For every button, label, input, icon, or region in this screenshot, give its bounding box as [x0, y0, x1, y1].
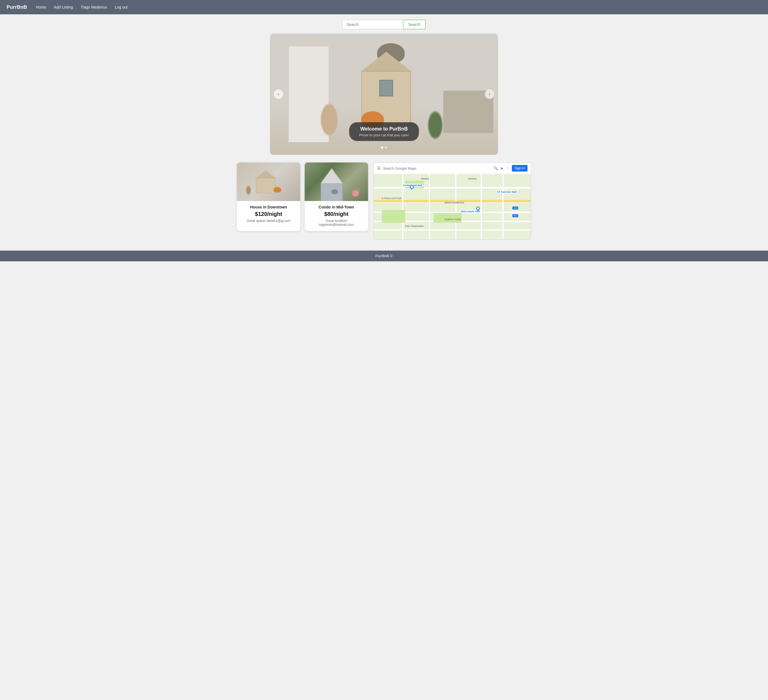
map-toolbar-icons: 🔍 ➤ ⋮ — [493, 166, 510, 171]
listing-card-1[interactable]: House in Downtown $120/night Great space… — [237, 163, 300, 231]
scene-plant-right — [427, 110, 443, 140]
map-label-newtonbrook: NEWTONBROOK — [445, 201, 464, 204]
map-signin-button[interactable]: Sign in — [512, 165, 528, 171]
nav-links: Home Add Listing Tiago Medeiros Log out — [36, 5, 128, 10]
card1-body — [256, 178, 276, 193]
map-label-york: G Ross Lord Park — [382, 197, 402, 200]
nav-user[interactable]: Tiago Medeiros — [81, 5, 107, 10]
map-park-2 — [382, 210, 405, 223]
map-body[interactable]: Steeles Seneca Centerpoint Mall G Ross L… — [374, 174, 531, 239]
map-highway-401: 401 — [512, 214, 518, 217]
nav-home[interactable]: Home — [36, 5, 46, 10]
map-container: ☰ 🔍 ➤ ⋮ Sign in — [374, 163, 531, 240]
card1-house — [256, 170, 276, 193]
brand-logo[interactable]: PurrBnB — [6, 5, 27, 10]
listing-card-2-image — [305, 163, 368, 201]
search-form: Search — [342, 20, 426, 29]
card2-roof — [321, 168, 343, 184]
listing-1-title: House in Downtown — [241, 205, 296, 209]
search-section: Search — [0, 14, 768, 34]
map-road-v4 — [481, 174, 482, 239]
map-park-3 — [434, 213, 462, 223]
map-label-seneca: Seneca — [468, 177, 477, 180]
card1-cat — [274, 187, 281, 192]
listing-card-2[interactable]: Condo in Mid-Town $80/night Great locati… — [305, 163, 368, 231]
main-content: House in Downtown $120/night Great space… — [232, 163, 536, 251]
carousel-next-button[interactable]: › — [485, 89, 494, 99]
map-label-downsview: Parc Downsview — [405, 225, 424, 227]
carousel-caption: Welcome to PurBnB Prove to your cat that… — [349, 122, 419, 141]
card1-plant — [246, 185, 251, 195]
listings-section: House in Downtown $120/night Great space… — [237, 163, 368, 231]
house-roof — [362, 52, 411, 71]
map-label-fairview: CF Fairview Mall — [496, 190, 518, 193]
search-button[interactable]: Search — [403, 20, 426, 29]
map-search-input[interactable] — [383, 166, 491, 171]
map-road-v3 — [455, 174, 456, 239]
listing-1-desc: Great space! bella91@ig.com — [241, 219, 296, 223]
carousel: Welcome to PurBnB Prove to your cat that… — [270, 34, 498, 155]
map-road-v2 — [429, 174, 430, 239]
listing-card-1-body: House in Downtown $120/night Great space… — [237, 201, 300, 227]
listing-2-title: Condo in Mid-Town — [309, 205, 363, 209]
map-background: Steeles Seneca Centerpoint Mall G Ross L… — [374, 174, 531, 239]
carousel-dot-1[interactable] — [381, 147, 383, 149]
map-apps-icon[interactable]: ⋮ — [506, 166, 510, 171]
map-menu-icon[interactable]: ☰ — [377, 166, 381, 171]
map-road-v5 — [502, 174, 504, 239]
map-road-h1 — [374, 187, 531, 189]
listing-card-1-image — [237, 163, 300, 201]
search-input[interactable] — [342, 20, 403, 29]
map-search-icon[interactable]: 🔍 — [493, 166, 498, 171]
carousel-dots — [381, 147, 387, 149]
map-toolbar: ☰ 🔍 ➤ ⋮ Sign in — [374, 163, 531, 174]
nav-add-listing[interactable]: Add Listing — [54, 5, 73, 10]
listing-2-desc: Great location! tiagomds@hotmail.com — [309, 219, 363, 227]
card2-flowers — [352, 189, 359, 197]
card2-cat — [331, 189, 338, 194]
map-road-h5 — [374, 229, 531, 230]
scene-plant-left — [320, 103, 338, 137]
footer-text: PurrBnB © — [376, 254, 392, 258]
carousel-title: Welcome to PurBnB — [359, 126, 409, 132]
house-window — [379, 80, 393, 96]
listing-card-2-body: Condo in Mid-Town $80/night Great locati… — [305, 201, 368, 231]
footer: PurrBnB © — [0, 251, 768, 261]
carousel-section: Welcome to PurBnB Prove to your cat that… — [266, 34, 502, 155]
nav-logout[interactable]: Log out — [115, 5, 128, 10]
listing-1-price: $120/night — [241, 211, 296, 217]
map-highway-404: 404 — [512, 206, 518, 209]
map-section: ☰ 🔍 ➤ ⋮ Sign in — [374, 163, 531, 240]
map-directions-icon[interactable]: ➤ — [500, 166, 504, 171]
map-label-northyork: NORTH YORK — [445, 218, 461, 221]
map-label-steeles: Steeles — [421, 177, 429, 180]
card2-house — [321, 168, 343, 201]
navbar: PurrBnB Home Add Listing Tiago Medeiros … — [0, 0, 768, 14]
carousel-prev-button[interactable]: ‹ — [274, 89, 283, 99]
carousel-subtitle: Prove to your cat that you care! — [359, 133, 409, 137]
card1-roof — [256, 170, 276, 178]
listing-2-price: $80/night — [309, 211, 363, 217]
carousel-dot-2[interactable] — [385, 147, 387, 149]
